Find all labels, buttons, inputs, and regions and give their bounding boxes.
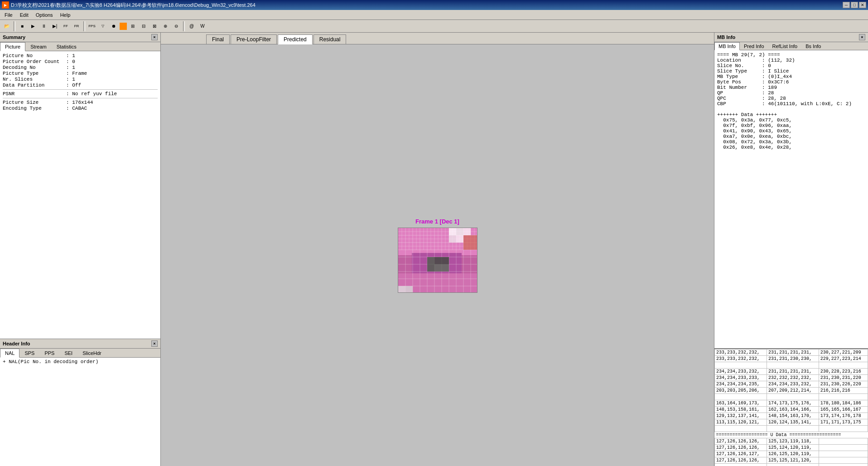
nal-tree-item[interactable]: + NAL(Pic No. in decoding order) bbox=[2, 359, 159, 365]
summary-row-picsize: Picture Size : 176x144 bbox=[3, 100, 158, 105]
mb-info-data-2: 0x7f, 0xbf, 0x96, 0xaa, bbox=[717, 123, 865, 128]
tab-sps[interactable]: SPS bbox=[19, 349, 39, 357]
menu-file[interactable]: File bbox=[1, 11, 16, 19]
main-layout: Summary × Picture Stream Statistics Pict… bbox=[0, 33, 868, 466]
toolbar-color[interactable] bbox=[120, 23, 127, 30]
data-table: 233,233,232,232, 231,231,231,231, 230,22… bbox=[714, 349, 868, 466]
toolbar-play[interactable]: ▶ bbox=[28, 21, 38, 31]
summary-row-psnr: PSNR : No ref yuv file bbox=[3, 91, 158, 97]
toolbar-w[interactable]: W bbox=[198, 21, 207, 31]
view-tabs: Final Pre-LoopFilter Predicted Residual bbox=[161, 33, 714, 44]
toolbar-pause[interactable]: ⏸ bbox=[39, 21, 49, 31]
tab-statistics[interactable]: Statistics bbox=[52, 42, 82, 51]
table-cell: 125,124,120,119, bbox=[767, 445, 819, 451]
toolbar-open[interactable]: 📂 bbox=[2, 21, 12, 31]
svg-rect-36 bbox=[427, 257, 434, 264]
table-cell: 229,227,223,214 bbox=[819, 356, 868, 362]
mb-info-slicetype: Slice Type : I Slice bbox=[717, 68, 865, 74]
center-panel: Final Pre-LoopFilter Predicted Residual … bbox=[161, 33, 714, 466]
table-row: 233,233,232,232, 231,231,230,230, 229,22… bbox=[715, 356, 868, 362]
svg-rect-39 bbox=[434, 264, 442, 272]
mb-info-section: MB Info × MB Info Pred Info RefList Info… bbox=[714, 33, 868, 466]
table-cell: 127,126,126,126, bbox=[715, 457, 767, 464]
toolbar-next[interactable]: ▶| bbox=[50, 21, 60, 31]
table-cell: 230,228,223,216 bbox=[819, 369, 868, 375]
table-cell: 127,126,126,127, bbox=[715, 451, 767, 457]
svg-rect-49 bbox=[405, 286, 413, 293]
table-row-u-label: =================== U Data =============… bbox=[715, 432, 868, 438]
table-cell: 233,233,232,232, bbox=[715, 350, 767, 356]
summary-row-poc: Picture Order Count : 0 bbox=[3, 59, 158, 64]
menu-edit[interactable]: Edit bbox=[16, 11, 32, 19]
summary-row-decno: Decoding No : 1 bbox=[3, 65, 158, 70]
mb-info-cbp: CBP : 46(101110, with L:0xE, C: 2) bbox=[717, 101, 865, 107]
mb-info-close-button[interactable]: × bbox=[859, 34, 865, 40]
tab-picture[interactable]: Picture bbox=[0, 42, 25, 51]
table-cell: 234,234,234,235, bbox=[715, 381, 767, 388]
table-cell: 234,234,233,233, bbox=[715, 375, 767, 381]
toolbar-fast-reverse[interactable]: FR bbox=[72, 21, 82, 31]
tab-nal[interactable]: NAL bbox=[0, 349, 19, 358]
data-table-area: 233,233,232,232, 231,231,231,231, 230,22… bbox=[714, 348, 868, 466]
header-content: + NAL(Pic No. in decoding order) bbox=[0, 358, 160, 466]
mb-tab-bsinfo[interactable]: Bs Info bbox=[801, 42, 825, 50]
summary-close-button[interactable]: × bbox=[151, 34, 158, 40]
table-cell: 148,154,163,170, bbox=[767, 413, 819, 419]
tab-predicted[interactable]: Predicted bbox=[278, 34, 313, 44]
header-info-close-button[interactable]: × bbox=[151, 340, 158, 347]
menu-help[interactable]: Help bbox=[57, 11, 74, 19]
mb-tab-reflist[interactable]: RefList Info bbox=[768, 42, 802, 50]
toolbar-grid1[interactable]: ⊞ bbox=[128, 21, 138, 31]
tab-residual[interactable]: Residual bbox=[313, 34, 347, 44]
frame-image bbox=[398, 228, 477, 293]
table-cell: 203,203,205,206, bbox=[715, 388, 767, 394]
toolbar-fps[interactable]: FPS bbox=[87, 21, 97, 31]
window-title: D:\学校文档\2021春\数据压缩\ex_7\实验8 H264编码\H.264… bbox=[11, 2, 256, 9]
table-cell: 233,233,232,232, bbox=[715, 356, 767, 362]
table-row bbox=[715, 394, 868, 400]
table-cell: 231,230,231,220 bbox=[819, 375, 868, 381]
mb-tab-bar: MB Info Pred Info RefList Info Bs Info bbox=[714, 42, 868, 50]
mb-info-data-header: +++++++ Data +++++++ bbox=[717, 112, 865, 117]
table-row: 129,132,137,141, 148,154,163,170, 173,17… bbox=[715, 413, 868, 419]
tab-stream[interactable]: Stream bbox=[25, 42, 51, 51]
toolbar-vy[interactable]: ▽ bbox=[98, 21, 108, 31]
table-cell: 216,216,216 bbox=[819, 388, 868, 394]
toolbar-rec[interactable]: ⏺ bbox=[109, 21, 119, 31]
mb-tab-predinfo[interactable]: Pred Info bbox=[740, 42, 768, 50]
toolbar-zoom-out[interactable]: ⊖ bbox=[171, 21, 181, 31]
svg-rect-38 bbox=[427, 264, 434, 272]
tab-final[interactable]: Final bbox=[206, 34, 230, 44]
toolbar-zoom-in[interactable]: ⊕ bbox=[160, 21, 170, 31]
toolbar-at[interactable]: @ bbox=[187, 21, 197, 31]
tab-pps[interactable]: PPS bbox=[39, 349, 59, 357]
summary-divider-2 bbox=[3, 98, 158, 98]
minimize-button[interactable]: ─ bbox=[843, 2, 850, 8]
table-cell: 231,231,231,231, bbox=[767, 369, 819, 375]
toolbar-grid2[interactable]: ⊟ bbox=[139, 21, 149, 31]
title-bar: ▶ D:\学校文档\2021春\数据压缩\ex_7\实验8 H264编码\H.2… bbox=[0, 0, 868, 10]
mb-info-line-1: ==== MB 29(7, 2) ==== bbox=[717, 52, 865, 58]
maximize-button[interactable]: □ bbox=[851, 2, 858, 8]
menu-options[interactable]: Options bbox=[32, 11, 57, 19]
toolbar-grid3[interactable]: ⊠ bbox=[149, 21, 159, 31]
table-row bbox=[715, 464, 868, 466]
table-cell: 171,171,173,175 bbox=[819, 419, 868, 426]
toolbar-fast-forward[interactable]: FF bbox=[61, 21, 71, 31]
svg-rect-46 bbox=[456, 235, 463, 243]
tab-slicehdr[interactable]: SliceHdr bbox=[77, 349, 106, 357]
mb-info-bitnum: Bit Number : 189 bbox=[717, 85, 865, 90]
header-info-title: Header Info bbox=[3, 341, 30, 346]
title-bar-left: ▶ D:\学校文档\2021春\数据压缩\ex_7\实验8 H264编码\H.2… bbox=[2, 1, 256, 9]
app-icon: ▶ bbox=[2, 1, 9, 9]
close-button[interactable]: ✕ bbox=[859, 2, 866, 8]
frame-canvas bbox=[398, 228, 477, 293]
tab-sei[interactable]: SEI bbox=[59, 349, 77, 357]
frame-label: Frame 1 [Dec 1] bbox=[415, 218, 459, 225]
tab-pre-loopfilter[interactable]: Pre-LoopFilter bbox=[231, 34, 277, 44]
table-row: 233,233,232,232, 231,231,231,231, 230,22… bbox=[715, 350, 868, 356]
table-cell: 231,230,226,220 bbox=[819, 381, 868, 388]
toolbar-stop[interactable]: ■ bbox=[17, 21, 27, 31]
mb-info-qp: QP : 28 bbox=[717, 90, 865, 96]
mb-tab-mbinfo[interactable]: MB Info bbox=[714, 42, 740, 50]
